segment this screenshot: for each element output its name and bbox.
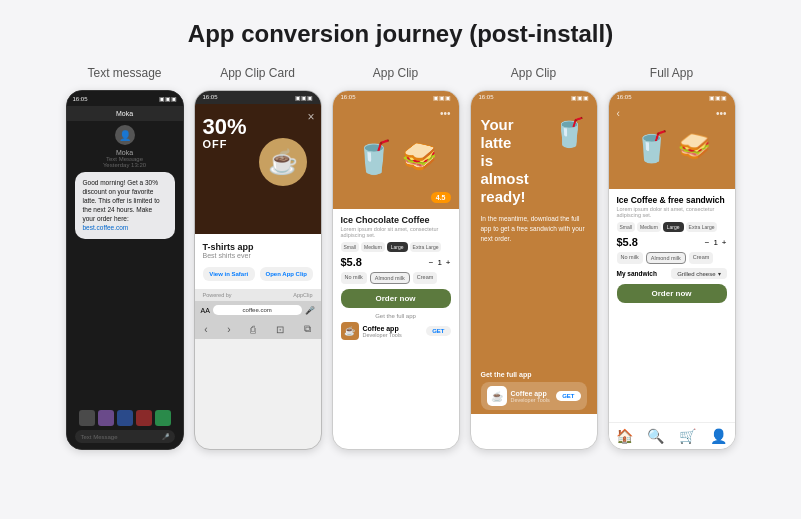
phone1-name: Moka [67,149,183,156]
phone5-order-btn[interactable]: Order now [617,284,727,303]
phone5-status-bar: 16:05 ▣▣▣ [609,91,735,104]
step-full-app: Full App 16:05 ▣▣▣ 🥤 🥪 ••• ‹ Ice Coffee … [608,66,736,450]
message-link[interactable]: best.coffee.com [83,224,129,231]
phone5-sandwich-row: My sandwich Grilled cheese ▾ [617,268,727,279]
phone5-sandwich-value: Grilled cheese [677,271,715,277]
tabs-icon[interactable]: ⧉ [304,323,311,335]
phone5-sandwich-label: My sandwich [617,270,657,277]
phone4-headline-block: Your latteis almostready! [481,116,546,206]
phone1-input-placeholder: Text Message [81,434,118,440]
milk-none[interactable]: No milk [341,272,367,284]
phone1-contact: Moka [75,110,175,117]
size-large[interactable]: Large [387,242,408,252]
phone5-drink-icon: 🥤 [633,129,670,164]
phone3-qty-control: − 1 + [429,258,451,267]
phone4-app-info: Coffee app Developer Tools [511,390,553,403]
phone3-price-row: $5.8 − 1 + [341,256,451,268]
cart-icon[interactable]: 🛒 [679,428,696,444]
phone5-size-xl[interactable]: Extra Large [686,222,718,232]
step-label-3: App Clip [373,66,418,84]
back-icon[interactable]: ‹ [204,324,207,335]
phone5-more-icon[interactable]: ••• [716,108,727,119]
chevron-down-icon: ▾ [718,270,721,277]
phone1-app-icon [79,410,95,426]
phone3-more-icon[interactable]: ••• [440,108,451,119]
journey-container: Text message 16:05 ▣▣▣ Moka 👤 Moka Text … [10,66,791,450]
phone5-size-small[interactable]: Small [617,222,636,232]
phone2-promo-card: × 30% OFF ☕ [195,104,321,234]
qty-plus-btn[interactable]: + [446,258,451,267]
view-in-safari-btn[interactable]: View in Safari [203,267,256,281]
phone5-price: $5.8 [617,236,638,248]
phone-full-app: 16:05 ▣▣▣ 🥤 🥪 ••• ‹ Ice Coffee & free sa… [608,90,736,450]
phone1-time: 16:05 [73,96,88,102]
phone-app-clip-card: 16:05 ▣▣▣ × 30% OFF ☕ T-shirts app Best … [194,90,322,450]
home-icon[interactable]: 🏠 [616,428,633,444]
phone2-nav-bar: ‹ › ⎙ ⊡ ⧉ [195,319,321,339]
profile-icon[interactable]: 👤 [710,428,727,444]
phone2-app-subtitle: Best shirts ever [203,252,313,259]
phone3-item-desc: Lorem ipsum dolor sit amet, consectetur … [341,226,451,238]
phone2-powered-label: Powered by [203,292,232,298]
phone3-time: 16:05 [341,94,356,101]
phone3-milk-options: No milk Almond milk Cream [341,272,451,284]
phone5-size-large[interactable]: Large [663,222,684,232]
phone3-price: $5.8 [341,256,362,268]
share-icon[interactable]: ⎙ [250,324,256,335]
phone2-close-btn[interactable]: × [307,110,314,124]
phone5-milk-none[interactable]: No milk [617,252,643,264]
phone4-hero-area: Your latteis almostready! 🥤 In the meant… [471,104,597,414]
step-app-clip-1: App Clip 16:05 ▣▣▣ 🥤 🥪 4.5 ••• Ice Choco… [332,66,460,450]
phone3-hero: 🥤 🥪 4.5 ••• [333,104,459,209]
phone3-body: Ice Chocolate Coffee Lorem ipsum dolor s… [333,209,459,346]
message-bubble: Good morning! Get a 30% discount on your… [75,172,175,239]
phone5-back-icon[interactable]: ‹ [617,108,620,119]
phone5-size-medium[interactable]: Medium [637,222,661,232]
phone1-avatar: 👤 [115,125,135,145]
bookmark-icon[interactable]: ⊡ [276,324,284,335]
phone5-sandwich-select[interactable]: Grilled cheese ▾ [671,268,726,279]
phone2-card-body: T-shirts app Best shirts ever View in Sa… [195,234,321,289]
phone3-get-full-app-label: Get the full app [341,313,451,319]
phone4-latte-icon: 🥤 [552,116,587,149]
phone5-qty-minus[interactable]: − [705,238,710,247]
milk-almond[interactable]: Almond milk [370,272,410,284]
phone5-milk-options: No milk Almond milk Cream [617,252,727,264]
step-app-clip-2: App Clip 16:05 ▣▣▣ Your latteis almostre… [470,66,598,450]
size-extra-large[interactable]: Extra Large [410,242,442,252]
phone4-get-btn[interactable]: GET [556,391,580,401]
phone3-app-info: Coffee app Developer Tools [363,325,423,338]
qty-minus-btn[interactable]: − [429,258,434,267]
milk-cream[interactable]: Cream [413,272,438,284]
phone5-qty-plus[interactable]: + [722,238,727,247]
phone2-action-buttons: View in Safari Open App Clip [203,267,313,281]
phone1-app-icon [98,410,114,426]
phone5-milk-almond[interactable]: Almond milk [646,252,686,264]
phone5-body: Ice Coffee & free sandwich Lorem ipsum d… [609,189,735,314]
open-app-clip-btn[interactable]: Open App Clip [260,267,313,281]
phone3-get-btn[interactable]: GET [426,326,450,336]
size-small[interactable]: Small [341,242,360,252]
phone1-app-icon [136,410,152,426]
phone5-status-icons: ▣▣▣ [709,94,727,101]
phone1-header: Moka [67,106,183,121]
phone1-text-input[interactable]: Text Message 🎤 [75,430,175,443]
phone2-url-field[interactable]: coffee.com [213,305,302,315]
page-title: App conversion journey (post-install) [188,20,613,48]
phone5-sandwich-icon: 🥪 [678,131,710,162]
forward-icon[interactable]: › [227,324,230,335]
phone2-coffee-visual: ☕ [256,124,311,199]
avatar-icon: 👤 [119,130,131,141]
phone4-app-dev: Developer Tools [511,397,553,403]
phone5-qty-value: 1 [713,238,717,247]
phone5-milk-cream[interactable]: Cream [689,252,714,264]
search-icon[interactable]: 🔍 [647,428,664,444]
phone2-aa-text: AA [201,307,210,314]
phone1-status-bar: 16:05 ▣▣▣ [67,91,183,106]
phone1-status-icons: ▣▣▣ [159,95,177,102]
size-medium[interactable]: Medium [361,242,385,252]
phone1-app-icon [155,410,171,426]
phone4-status-bar: 16:05 ▣▣▣ [471,91,597,104]
phone3-order-btn[interactable]: Order now [341,289,451,308]
phone3-full-app-row: ☕ Coffee app Developer Tools GET [341,322,451,340]
